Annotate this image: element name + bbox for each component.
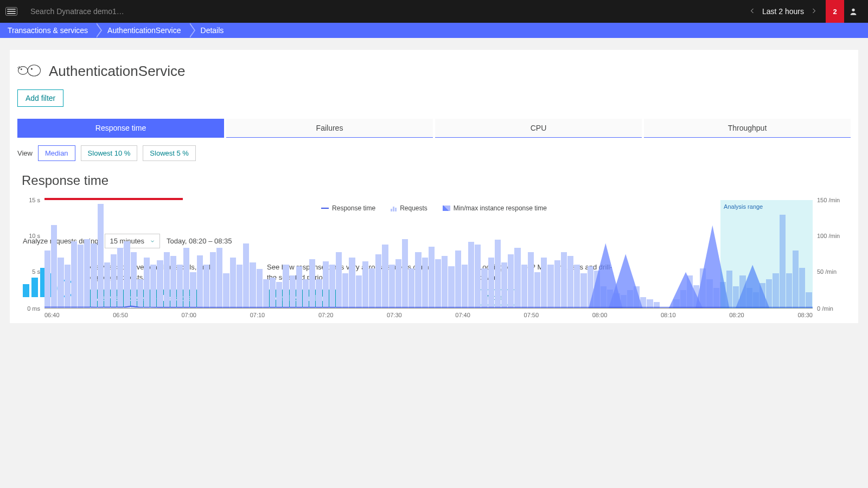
svg-point-6 <box>31 68 32 69</box>
breadcrumb-item[interactable]: AuthenticationService <box>95 23 188 38</box>
view-slowest5[interactable]: Slowest 5 % <box>143 145 196 161</box>
chart-title: Response time <box>22 173 851 188</box>
y-axis-left: 15 s 10 s 5 s 0 ms <box>17 200 41 309</box>
add-filter-button[interactable]: Add filter <box>17 89 63 107</box>
search-input[interactable]: Search Dynatrace demo1… <box>30 7 124 16</box>
analysis-range[interactable]: Analysis range <box>720 200 813 309</box>
view-slowest10[interactable]: Slowest 10 % <box>81 145 138 161</box>
time-next-icon[interactable] <box>810 8 817 16</box>
tab-cpu[interactable]: CPU <box>435 119 642 138</box>
svg-point-2 <box>852 9 854 11</box>
x-axis: 06:4006:5007:0007:1007:2007:3007:4007:50… <box>44 312 813 318</box>
page-title: AuthenticationService <box>49 63 185 80</box>
breadcrumb: Transactions & services AuthenticationSe… <box>0 23 868 38</box>
problem-marker <box>44 198 183 200</box>
response-time-chart[interactable]: Analysis range <box>44 200 813 309</box>
breadcrumb-item[interactable]: Transactions & services <box>0 23 95 38</box>
time-prev-icon[interactable] <box>749 8 756 16</box>
view-label: View <box>17 149 33 157</box>
view-median[interactable]: Median <box>38 145 75 161</box>
problems-indicator[interactable]: 2 <box>826 0 844 23</box>
timeframe-selector[interactable]: Last 2 hours <box>762 7 804 16</box>
y-axis-right: 150 /min 100 /min 50 /min 0 /min <box>816 200 851 309</box>
svg-point-5 <box>21 69 22 70</box>
tab-response-time[interactable]: Response time <box>17 119 224 138</box>
svg-point-4 <box>28 65 40 76</box>
app-menu-icon[interactable] <box>5 7 17 16</box>
tab-failures[interactable]: Failures <box>226 119 433 138</box>
tab-throughput[interactable]: Throughput <box>644 119 851 138</box>
service-icon <box>17 62 41 81</box>
user-menu-icon[interactable] <box>844 7 863 16</box>
